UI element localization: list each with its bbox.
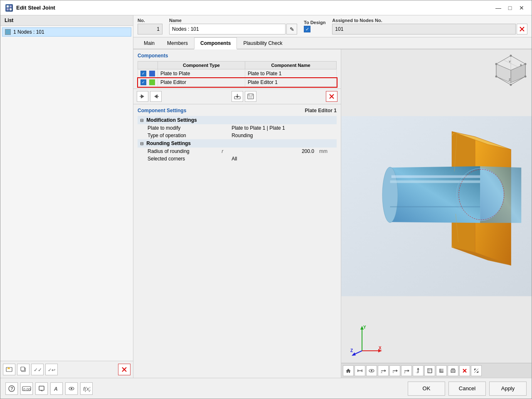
save-component-button[interactable]	[245, 91, 256, 102]
comp-type-1: Plate to Plate	[158, 69, 245, 78]
viewport[interactable]: Y X Z	[341, 49, 532, 378]
minimize-button[interactable]: —	[493, 3, 503, 13]
svg-text:X: X	[379, 346, 382, 350]
comp-checkbox-2[interactable]: ✓	[140, 79, 146, 85]
name-edit-button[interactable]: ✎	[286, 24, 297, 34]
svg-text:↑Z: ↑Z	[416, 371, 419, 374]
svg-point-53	[525, 63, 527, 65]
svg-text:?: ?	[10, 386, 13, 391]
top-fields: No. Name ✎ To Design ✓ Assigned to Nodes…	[133, 15, 532, 37]
assigned-label: Assigned to Nodes No.	[332, 18, 527, 23]
bottom-right-buttons: OK Cancel Apply	[408, 382, 527, 396]
title-bar-left: Edit Steel Joint	[5, 4, 55, 12]
formula-button[interactable]: f(x)	[80, 382, 93, 395]
svg-marker-83	[417, 368, 419, 369]
svg-marker-37	[390, 206, 480, 207]
add-button[interactable]	[3, 364, 15, 375]
vp-expand-button[interactable]	[471, 365, 482, 376]
tab-main[interactable]: Main	[138, 37, 161, 49]
vp-z-arrow-button[interactable]: Z	[401, 365, 412, 376]
vp-solid-button[interactable]	[436, 365, 447, 376]
navigation-cube[interactable]: Y X Z	[494, 54, 527, 87]
close-button[interactable]: ✕	[517, 3, 527, 13]
plate-modify-key: Plate to modify	[138, 124, 219, 132]
right-panel: No. Name ✎ To Design ✓ Assigned to Nodes…	[133, 15, 532, 378]
components-toolbar	[133, 89, 341, 104]
check-all-button[interactable]: ✓✓	[31, 364, 44, 375]
col-check	[138, 62, 158, 69]
vp-arrow-right-button[interactable]: X	[378, 365, 389, 376]
help-button[interactable]: ?	[5, 382, 18, 395]
window-title: Edit Steel Joint	[16, 5, 55, 11]
app-icon	[5, 4, 13, 12]
radius-value: 200.0	[229, 148, 317, 155]
operation-symbol	[219, 132, 229, 139]
vp-upz-button[interactable]: ↑Z	[413, 365, 424, 376]
move-up-button[interactable]	[137, 91, 148, 102]
display-button[interactable]	[35, 382, 48, 395]
cancel-button[interactable]: Cancel	[448, 382, 486, 396]
copy-button[interactable]	[17, 364, 30, 375]
collapse-icon-2[interactable]: ⊟	[140, 141, 143, 146]
vp-y-arrow-button[interactable]: Y	[389, 365, 400, 376]
settings-row-plate-modify: Plate to modify Plate to Plate 1 | Plate…	[138, 124, 337, 132]
svg-marker-77	[396, 369, 398, 372]
list-item[interactable]: 1 Nodes : 101	[2, 27, 131, 37]
operation-unit	[317, 132, 337, 139]
check-back-button[interactable]: ✓↩	[45, 364, 58, 375]
svg-rect-7	[21, 367, 25, 371]
no-input[interactable]	[138, 24, 163, 34]
vp-box-button[interactable]	[424, 365, 435, 376]
import-button[interactable]	[232, 91, 243, 102]
radius-unit: mm	[317, 148, 337, 155]
col-name: Component Name	[245, 62, 336, 69]
assigned-input[interactable]	[332, 24, 516, 34]
vp-eye-button[interactable]	[366, 365, 377, 376]
list-item-text: 1 Nodes : 101	[13, 29, 44, 35]
maximize-button[interactable]: □	[505, 3, 515, 13]
name-field-group: Name ✎	[169, 18, 297, 34]
component-row-1[interactable]: ✓ Plate to Plate Plate to Plate 1	[138, 69, 337, 78]
delete-left-button[interactable]	[118, 364, 131, 375]
title-controls: — □ ✕	[493, 3, 527, 13]
component-row-2[interactable]: ✓ Plate Editor Plate Editor 1	[138, 78, 337, 87]
comp-check-1: ✓	[138, 69, 158, 78]
settings-group-2: ⊟ Rounding Settings	[138, 139, 337, 148]
value-format-button[interactable]: 0.00	[20, 382, 33, 395]
comp-name-2: Plate Editor 1	[245, 78, 336, 87]
tab-components[interactable]: Components	[194, 37, 237, 49]
ok-button[interactable]: OK	[408, 382, 445, 396]
svg-point-55	[510, 84, 512, 86]
svg-rect-104	[39, 386, 44, 390]
tab-plausibility[interactable]: Plausibility Check	[237, 37, 288, 49]
vp-home-button[interactable]	[343, 365, 354, 376]
no-field-group: No.	[138, 18, 163, 34]
svg-text:Y: Y	[363, 325, 366, 330]
name-with-btn: ✎	[169, 24, 297, 34]
vp-measure-button[interactable]	[355, 365, 365, 376]
corners-value: All	[229, 155, 317, 163]
svg-marker-33	[390, 166, 480, 223]
delete-component-button[interactable]	[326, 91, 337, 102]
apply-button[interactable]: Apply	[489, 382, 527, 396]
annotations-button[interactable]: A	[50, 382, 63, 395]
svg-point-72	[371, 370, 372, 372]
name-input[interactable]	[169, 24, 286, 34]
view-settings-button[interactable]	[65, 382, 78, 395]
svg-text:X: X	[520, 64, 522, 66]
svg-marker-65	[352, 352, 356, 356]
tab-members[interactable]: Members	[161, 37, 194, 49]
svg-marker-67	[346, 369, 351, 373]
to-design-checkbox[interactable]: ✓	[304, 26, 310, 32]
vp-print-button[interactable]	[448, 365, 458, 376]
svg-text:Y: Y	[392, 371, 394, 374]
move-down-button[interactable]	[150, 91, 162, 102]
collapse-icon-1[interactable]: ⊟	[140, 118, 143, 123]
vp-settings-button[interactable]	[459, 365, 470, 376]
svg-marker-97	[474, 369, 476, 371]
assigned-clear-button[interactable]	[517, 24, 527, 34]
svg-text:✓✓: ✓✓	[34, 367, 41, 373]
comp-color-2	[149, 79, 155, 85]
plate-modify-symbol	[219, 124, 229, 132]
comp-checkbox-1[interactable]: ✓	[140, 71, 146, 76]
